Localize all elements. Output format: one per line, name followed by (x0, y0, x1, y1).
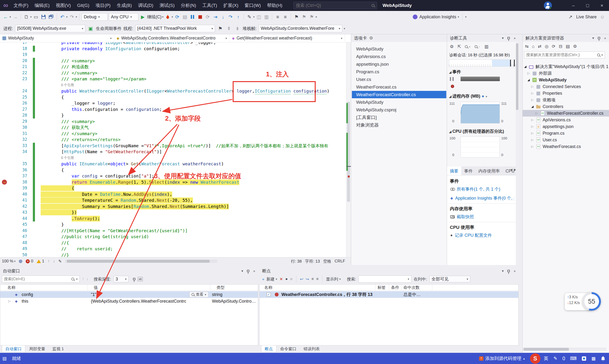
code-cleanup-icon[interactable]: ✎ (246, 13, 253, 21)
menu-item-窗口(W)[interactable]: 窗口(W) (241, 0, 264, 11)
expander-icon[interactable]: ▷ (8, 298, 11, 305)
codelens-references[interactable]: 0 个引用 (61, 82, 74, 88)
hot-reload-caret[interactable]: ▾ (171, 15, 173, 19)
tab-picker-item-WebApiStudy[interactable]: WebApiStudy (352, 45, 446, 52)
collapse-all-icon[interactable]: ⊟ (559, 44, 562, 49)
panel-menu-caret[interactable]: ▾ (241, 269, 243, 273)
search-depth-dropdown[interactable]: 3▾ (114, 276, 129, 282)
close-icon[interactable]: × (253, 269, 255, 273)
text-view-icon[interactable]: ab (138, 277, 143, 281)
codelens-row[interactable]: 0 个引用 (0, 155, 346, 161)
expander-icon[interactable]: ▷ (531, 143, 534, 150)
type-dropdown[interactable]: ◆ WebApiStudy.Controllers.WeatherForecas… (114, 34, 230, 42)
code-line-35[interactable]: 35 public IEnumerable<object> Get(Weathe… (0, 161, 346, 167)
tab-picker-item-对象浏览器[interactable]: 对象浏览器 (352, 121, 446, 129)
home-icon[interactable]: ⌂ (532, 44, 534, 49)
expander-icon[interactable]: ▷ (531, 130, 534, 137)
profiler-icon[interactable]: ▥ (263, 13, 270, 21)
code-line-42[interactable]: 42 Summary = Summaries[Random.Shared.Nex… (0, 203, 346, 210)
tab-picker-item-WeatherForecastController.cs[interactable]: WeatherForecastController.cs (352, 91, 446, 98)
indent-increase-icon[interactable]: ≡ (282, 13, 289, 21)
redo-icon[interactable]: ↷ (68, 13, 75, 21)
column-divider[interactable] (432, 285, 432, 291)
caret-line-indicator[interactable]: 行: 38 (291, 259, 302, 264)
refresh-icon[interactable]: ⟳ (552, 44, 556, 49)
feedback-icon[interactable]: ☺ (599, 13, 606, 21)
code-area[interactable]: 17 private readonly ILogger<WeatherForec… (0, 42, 346, 257)
diagnostics-tab-摘要[interactable]: 摘要 (447, 167, 461, 175)
expander-icon[interactable]: ▷ (531, 83, 534, 90)
code-line-26[interactable]: 26 _logger = logger; (0, 100, 346, 106)
code-line-44[interactable]: 44 .ToArray(); (0, 216, 346, 222)
continue-play-icon[interactable]: ▶ (139, 13, 146, 21)
column-header-类型[interactable]: 类型 (217, 285, 225, 291)
minimize-button[interactable]: – (566, 0, 581, 11)
pin-icon[interactable] (598, 37, 600, 39)
show-next-statement-icon[interactable]: ⇥ (212, 13, 219, 21)
expander-icon[interactable]: ▷ (527, 70, 530, 77)
code-line-34[interactable]: 34 [HttpPost(Name = "GetWeatherForecast"… (0, 149, 346, 155)
prev-issue-icon[interactable]: ↑ (48, 259, 50, 264)
timeline-selection[interactable] (492, 60, 511, 66)
new-file-icon[interactable]: 🗋 (23, 13, 30, 21)
code-line-39[interactable]: 39 { (0, 185, 346, 191)
export-icon[interactable]: ⇱ (457, 44, 461, 49)
break-all-icon[interactable] (189, 13, 196, 21)
open-folder-icon[interactable]: ▭ (33, 13, 39, 21)
user-avatar[interactable] (544, 1, 552, 10)
ime-grid-icon[interactable]: ▦ (591, 356, 596, 361)
enable-all-icon[interactable]: ○ (290, 277, 293, 281)
tool-tab-命令窗口[interactable]: 命令窗口 (277, 345, 300, 352)
import-breakpoints-icon[interactable]: ≡ (316, 277, 319, 281)
thread-dropdown[interactable]: [44240] .NET ThreadPool Work▾ (135, 25, 215, 32)
record-cpu-link[interactable]: ●记录 CPU 配置文件 (450, 233, 492, 238)
solution-tree-item-解决方案"WebApiStudy"(1 个项目/共 1 个项目)[interactable]: ◢解决方案"WebApiStudy"(1 个项目/共 1 个项目) (523, 63, 609, 70)
health-indicator-icon[interactable] (19, 260, 22, 263)
diagnostics-tab-事件[interactable]: 事件 (461, 167, 476, 175)
expander-icon[interactable]: ◢ (531, 103, 534, 110)
take-snapshot-link[interactable]: 截取快照 (450, 214, 474, 220)
step-over-icon[interactable]: ↷ (227, 13, 234, 21)
code-line-22[interactable]: 22 /// </summary> (0, 70, 346, 76)
tab-scroll-left-icon[interactable]: ◀ (510, 168, 512, 171)
panel-menu-caret[interactable]: ▾ (502, 269, 504, 273)
maximize-button[interactable]: □ (581, 0, 595, 11)
zoom-dropdown[interactable]: 100 %▾ (2, 259, 15, 264)
menu-item-调试(D)[interactable]: 调试(D) (135, 0, 156, 11)
pin-properties-icon[interactable] (133, 277, 135, 281)
column-divider[interactable] (210, 285, 210, 291)
code-line-40[interactable]: 40 Date = DateTime.Now.AddDays(index), (0, 191, 346, 197)
next-bookmark-icon[interactable]: ⚑ (308, 13, 315, 21)
stack-frame-dropdown[interactable]: WebApiStudy.Controllers.WeatherFore▾ (259, 25, 342, 32)
column-header-标签[interactable]: 标签 (377, 285, 386, 291)
solution-horizontal-scrollbar[interactable] (523, 348, 606, 351)
solution-tree-item-User.cs[interactable]: ▷C#User.cs (523, 137, 609, 143)
solution-tree-item-依赖项[interactable]: ▷依赖项 (523, 97, 609, 103)
tool-tab-监视 1[interactable]: 监视 1 (49, 345, 67, 352)
code-line-21[interactable]: 21 /// 构造函数 (0, 64, 346, 70)
column-divider[interactable] (88, 285, 88, 291)
disable-all-icon[interactable]: ● (285, 277, 288, 281)
caret-column-indicator[interactable]: 字符: 13 (305, 259, 320, 264)
column-header-条件[interactable]: 条件 (391, 285, 399, 291)
breakpoint-event-marker[interactable] (451, 85, 454, 88)
ime-pen-icon[interactable]: ✎ (554, 356, 557, 361)
breakpoint-current-statement-icon[interactable]: → (2, 180, 7, 185)
solution-tree-item-Properties[interactable]: ▷Properties (523, 90, 609, 97)
expander-icon[interactable]: ▷ (531, 137, 534, 143)
code-line-20[interactable]: 20 /// <summary> (0, 58, 346, 64)
flag-threads-icon[interactable]: ⚑ (217, 25, 224, 33)
pin-icon[interactable] (507, 37, 510, 39)
code-line-27[interactable]: 27 this.configuration = configuration; (0, 106, 346, 113)
codelens-row[interactable]: 0 个引用 (0, 82, 346, 88)
menu-item-文件(F)[interactable]: 文件(F) (11, 0, 31, 11)
menu-item-生成(B)[interactable]: 生成(B) (114, 0, 135, 11)
solution-tree-item-Connected Services[interactable]: ▷Connected Services (523, 83, 609, 90)
tab-picker-item-WebApiStudy.csproj[interactable]: WebApiStudy.csproj (352, 106, 446, 114)
process-dropdown[interactable]: [50508] WebApiStudy.exe▾ (15, 25, 85, 32)
code-line-50[interactable]: 50 //} (0, 252, 346, 257)
code-line-30[interactable]: 30 /// 获取天气 (0, 124, 346, 130)
show-all-files-icon[interactable]: ▤ (566, 44, 570, 49)
warning-count[interactable]: 1 (37, 259, 44, 264)
redo-caret[interactable]: ▾ (76, 15, 77, 19)
